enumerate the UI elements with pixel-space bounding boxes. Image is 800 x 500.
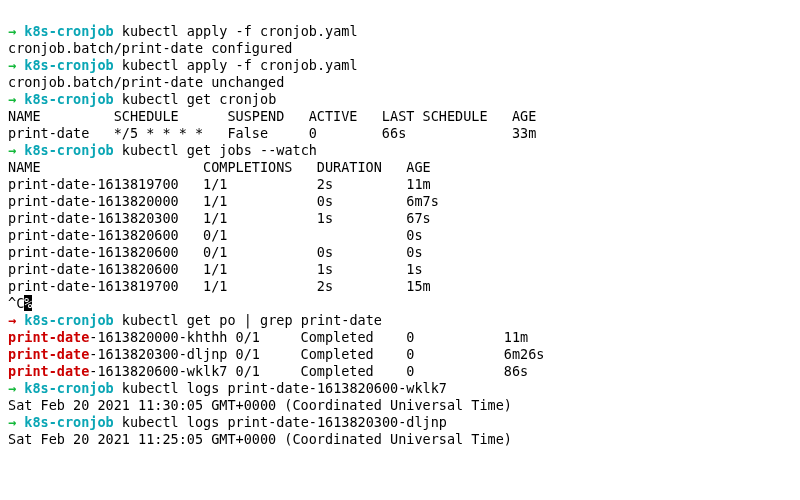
command-text: kubectl logs print-date-1613820600-wklk7 [122,380,447,396]
arrow-icon: → [8,23,16,39]
table-row: print-date-1613820300-dljnp 0/1 Complete… [8,346,544,362]
output-line: cronjob.batch/print-date unchanged [8,74,284,90]
prompt-dir: k8s-cronjob [24,23,113,39]
arrow-icon: → [8,142,16,158]
arrow-icon: → [8,380,16,396]
cursor-block-icon: % [24,295,32,311]
prompt-dir: k8s-cronjob [24,312,113,328]
grep-match: print-date [8,363,89,379]
prompt-dir: k8s-cronjob [24,91,113,107]
command-text: kubectl get po | grep print-date [122,312,382,328]
prompt-dir: k8s-cronjob [24,57,113,73]
prompt-line-4: → k8s-cronjob kubectl get jobs --watch [8,142,317,158]
command-text: kubectl logs print-date-1613820300-dljnp [122,414,447,430]
prompt-dir: k8s-cronjob [24,380,113,396]
prompt-line-7: → k8s-cronjob kubectl logs print-date-16… [8,414,447,430]
output-line: Sat Feb 20 2021 11:25:05 GMT+0000 (Coord… [8,431,512,447]
terminal-output[interactable]: → k8s-cronjob kubectl apply -f cronjob.y… [0,0,800,454]
arrow-icon: → [8,414,16,430]
table-row: print-date */5 * * * * False 0 66s 33m [8,125,536,141]
grep-match: print-date [8,329,89,345]
prompt-dir: k8s-cronjob [24,142,113,158]
arrow-icon: → [8,312,16,328]
prompt-line-3: → k8s-cronjob kubectl get cronjob [8,91,276,107]
arrow-icon: → [8,57,16,73]
command-text: kubectl get jobs --watch [122,142,317,158]
arrow-icon: → [8,91,16,107]
table-row: print-date-1613820600-wklk7 0/1 Complete… [8,363,528,379]
table-row: print-date-1613820000-khthh 0/1 Complete… [8,329,528,345]
command-text: kubectl get cronjob [122,91,276,107]
output-line: Sat Feb 20 2021 11:30:05 GMT+0000 (Coord… [8,397,512,413]
interrupt-text: ^C [8,295,24,311]
grep-match: print-date [8,346,89,362]
command-text: kubectl apply -f cronjob.yaml [122,23,358,39]
table-header: NAME COMPLETIONS DURATION AGE [8,159,431,175]
interrupt-line: ^C% [8,295,32,311]
prompt-line-1: → k8s-cronjob kubectl apply -f cronjob.y… [8,23,358,39]
prompt-line-6: → k8s-cronjob kubectl logs print-date-16… [8,380,447,396]
prompt-line-5: → k8s-cronjob kubectl get po | grep prin… [8,312,382,328]
command-text: kubectl apply -f cronjob.yaml [122,57,358,73]
prompt-dir: k8s-cronjob [24,414,113,430]
pods-table: print-date-1613820000-khthh 0/1 Complete… [8,329,544,379]
jobs-table: print-date-1613819700 1/1 2s 11m print-d… [8,176,439,294]
prompt-line-2: → k8s-cronjob kubectl apply -f cronjob.y… [8,57,358,73]
output-line: cronjob.batch/print-date configured [8,40,292,56]
table-header: NAME SCHEDULE SUSPEND ACTIVE LAST SCHEDU… [8,108,536,124]
